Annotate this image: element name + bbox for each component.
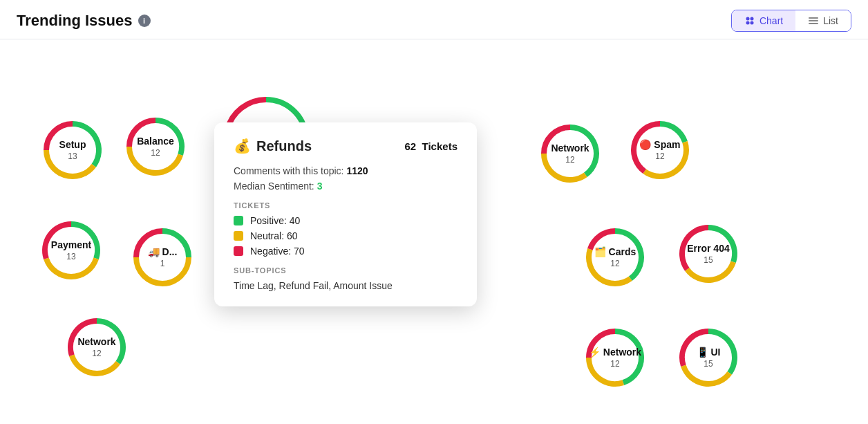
bubble-count-error404: 15: [704, 255, 713, 265]
bubble-label-cards: 🗂️ Cards: [594, 246, 636, 258]
bubble-count-setup: 13: [68, 151, 77, 161]
bubble-inner-spam: 🔴 Spam12: [639, 139, 680, 162]
tickets-section-label: TICKETS: [234, 201, 457, 210]
bubble-error404[interactable]: Error 40415: [677, 223, 739, 285]
bubble-inner-error404: Error 40415: [687, 243, 729, 266]
bubble-label-spam: 🔴 Spam: [639, 139, 680, 151]
header-left: Trending Issues i: [17, 12, 151, 30]
bubble-count-delivery: 1: [160, 259, 165, 268]
bubble-label-network-right: Network: [551, 142, 589, 154]
bubble-label-error404: Error 404: [687, 243, 729, 255]
bubble-spam[interactable]: 🔴 Spam12: [629, 119, 691, 181]
list-toggle-button[interactable]: List: [795, 10, 851, 31]
svg-point-3: [750, 21, 753, 25]
chart-toggle-label: Chart: [760, 15, 783, 26]
bubble-payment[interactable]: Payment13: [40, 219, 102, 282]
bubble-inner-cards: 🗂️ Cards12: [594, 246, 636, 269]
svg-point-1: [750, 17, 753, 21]
tooltip-topic-name: Refunds: [256, 138, 312, 154]
ring-ui: 📱 UI15: [677, 326, 739, 389]
positive-row: Positive: 40: [234, 215, 457, 226]
bubble-count-network-right: 12: [565, 155, 574, 165]
tooltip-sentiment: Median Sentiment: 3: [234, 181, 457, 192]
bubble-ui[interactable]: 📱 UI15: [677, 326, 739, 389]
bubble-network-right[interactable]: Network12: [539, 122, 601, 185]
ring-network-right: Network12: [539, 122, 601, 185]
bubble-label-ui: 📱 UI: [697, 347, 721, 358]
ring-delivery: 🚚 D...1: [131, 226, 194, 288]
bubble-inner-network-bottom: ⚡ Network12: [589, 347, 641, 369]
ring-network-left: Network12: [66, 316, 128, 378]
bubble-label-delivery: 🚚 D...: [148, 246, 178, 258]
ring-error404: Error 40415: [677, 223, 739, 285]
ring-spam: 🔴 Spam12: [629, 119, 691, 181]
bubble-count-payment: 13: [66, 252, 75, 261]
svg-rect-4: [809, 17, 818, 19]
negative-label: Negative: 70: [250, 246, 305, 257]
view-toggle: Chart List: [731, 10, 851, 32]
subtopics-section-label: SUB-TOPICS: [234, 266, 457, 275]
bubble-inner-payment: Payment13: [51, 239, 91, 262]
bubble-inner-delivery: 🚚 D...1: [148, 246, 178, 269]
bubble-label-setup: Setup: [59, 139, 86, 151]
tooltip-emoji: 💰: [234, 138, 251, 154]
positive-dot: [234, 216, 243, 225]
positive-label: Positive: 40: [250, 215, 300, 226]
chart-toggle-button[interactable]: Chart: [732, 10, 795, 31]
bubble-count-balance: 12: [151, 148, 160, 158]
page-title: Trending Issues: [17, 12, 133, 30]
bubble-balance[interactable]: Balance12: [124, 116, 187, 178]
ring-setup: Setup13: [41, 119, 104, 181]
bubble-network-left[interactable]: Network12: [66, 316, 128, 378]
bubble-network-bottom[interactable]: ⚡ Network12: [584, 326, 646, 389]
comments-label: Comments with this topic:: [234, 165, 344, 176]
svg-point-2: [746, 21, 749, 25]
info-icon[interactable]: i: [138, 15, 151, 27]
bubble-setup[interactable]: Setup13: [41, 119, 104, 181]
neutral-row: Neutral: 60: [234, 230, 457, 241]
bubble-label-network-left: Network: [77, 336, 115, 348]
bubble-inner-ui: 📱 UI15: [697, 347, 721, 369]
tooltip-tickets-count: 62: [405, 140, 417, 152]
bubble-inner-balance: Balance12: [137, 136, 174, 158]
ring-balance: Balance12: [124, 116, 187, 178]
bubble-inner-setup: Setup13: [59, 139, 86, 162]
ring-payment: Payment13: [40, 219, 102, 282]
chart-area: 💰 Refunds 62 Tickets Comments with this …: [0, 39, 868, 424]
tooltip-tickets-label: Tickets: [422, 140, 457, 152]
bubble-count-ui: 15: [704, 359, 713, 369]
tooltip-header: 💰 Refunds 62 Tickets: [234, 138, 457, 154]
sentiment-label: Median Sentiment:: [234, 181, 314, 192]
tooltip-card: 💰 Refunds 62 Tickets Comments with this …: [214, 122, 477, 306]
subtopics-value: Time Lag, Refund Fail, Amount Issue: [234, 280, 457, 291]
list-icon: [808, 15, 819, 26]
ring-network-bottom: ⚡ Network12: [584, 326, 646, 389]
bubble-count-network-bottom: 12: [610, 359, 619, 369]
bubble-inner-network-right: Network12: [551, 142, 589, 165]
svg-rect-6: [809, 23, 818, 24]
chart-icon: [744, 15, 755, 26]
tooltip-tickets: 62 Tickets: [405, 140, 457, 152]
bubble-label-balance: Balance: [137, 136, 174, 147]
bubble-count-cards: 12: [610, 259, 619, 268]
list-toggle-label: List: [823, 15, 838, 26]
comments-value: 1120: [346, 165, 368, 176]
sentiment-value: 3: [317, 181, 323, 192]
page-header: Trending Issues i Chart List: [0, 0, 868, 39]
ring-cards: 🗂️ Cards12: [584, 226, 646, 288]
bubble-count-spam: 12: [655, 151, 664, 161]
bubble-inner-network-left: Network12: [77, 336, 115, 359]
tooltip-comments: Comments with this topic: 1120: [234, 165, 457, 176]
svg-rect-5: [809, 20, 818, 21]
tooltip-title: 💰 Refunds: [234, 138, 312, 154]
bubble-count-network-left: 12: [92, 349, 101, 358]
bubble-label-payment: Payment: [51, 239, 91, 251]
neutral-label: Neutral: 60: [250, 230, 297, 241]
neutral-dot: [234, 231, 243, 241]
bubble-cards[interactable]: 🗂️ Cards12: [584, 226, 646, 288]
bubble-label-network-bottom: ⚡ Network: [589, 347, 641, 358]
bubble-delivery[interactable]: 🚚 D...1: [131, 226, 194, 288]
negative-row: Negative: 70: [234, 246, 457, 257]
negative-dot: [234, 246, 243, 256]
svg-point-0: [746, 17, 749, 21]
